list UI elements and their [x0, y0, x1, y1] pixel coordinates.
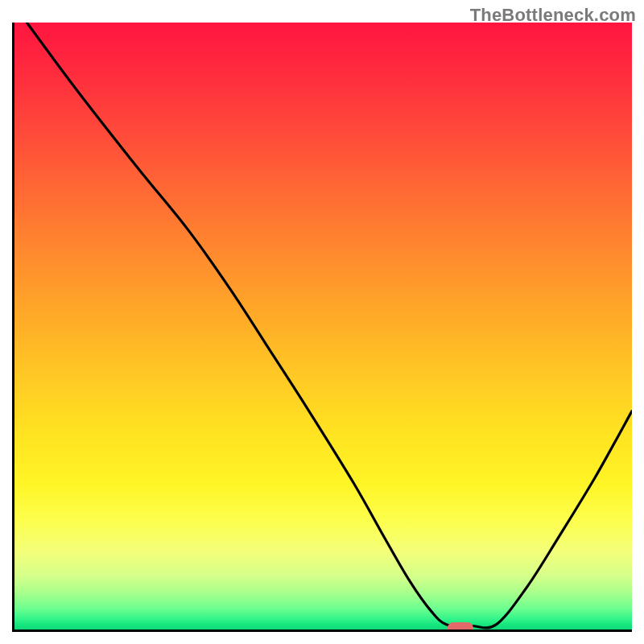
optimum-marker	[448, 622, 473, 632]
chart-container: TheBottleneck.com	[0, 0, 644, 644]
curve-path	[27, 23, 632, 628]
bottleneck-curve	[14, 23, 632, 630]
plot-area	[12, 23, 632, 632]
